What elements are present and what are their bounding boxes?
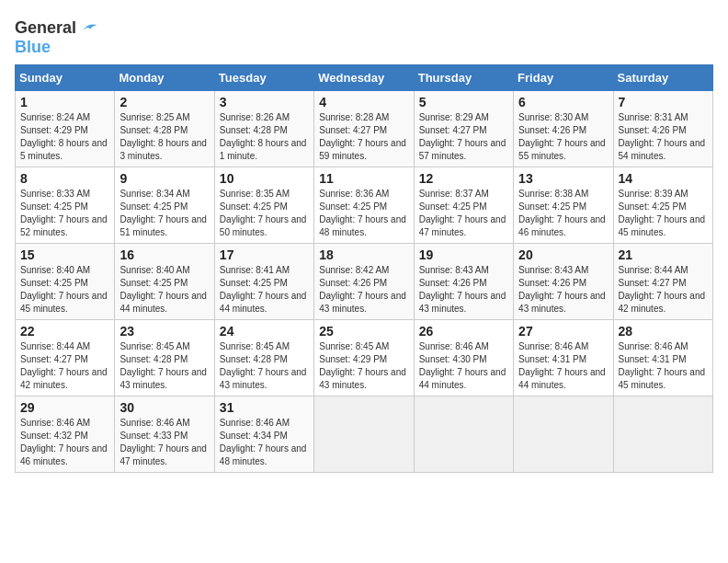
calendar-day-cell: 4 Sunrise: 8:28 AM Sunset: 4:27 PM Dayli… xyxy=(314,90,414,167)
calendar-day-cell: 8 Sunrise: 8:33 AM Sunset: 4:25 PM Dayli… xyxy=(16,167,115,243)
day-info: Sunrise: 8:46 AM Sunset: 4:33 PM Dayligh… xyxy=(119,417,209,468)
days-of-week-row: SundayMondayTuesdayWednesdayThursdayFrid… xyxy=(16,64,713,90)
day-info: Sunrise: 8:30 AM Sunset: 4:26 PM Dayligh… xyxy=(518,111,608,163)
calendar-day-cell: 10 Sunrise: 8:35 AM Sunset: 4:25 PM Dayl… xyxy=(214,167,313,243)
day-number: 8 xyxy=(20,171,109,186)
calendar-day-cell: 1 Sunrise: 8:24 AM Sunset: 4:29 PM Dayli… xyxy=(16,90,115,167)
day-number: 23 xyxy=(119,324,209,339)
day-info: Sunrise: 8:24 AM Sunset: 4:29 PM Dayligh… xyxy=(20,111,109,163)
calendar-day-cell: 28 Sunrise: 8:46 AM Sunset: 4:31 PM Dayl… xyxy=(613,319,712,396)
day-number: 6 xyxy=(518,95,608,109)
calendar-week-row: 22 Sunrise: 8:44 AM Sunset: 4:27 PM Dayl… xyxy=(16,319,713,396)
day-info: Sunrise: 8:46 AM Sunset: 4:30 PM Dayligh… xyxy=(419,340,508,392)
day-info: Sunrise: 8:33 AM Sunset: 4:25 PM Dayligh… xyxy=(20,188,109,239)
day-number: 21 xyxy=(619,247,708,262)
calendar-day-cell: 13 Sunrise: 8:38 AM Sunset: 4:25 PM Dayl… xyxy=(514,167,613,243)
dow-header: Sunday xyxy=(16,64,115,90)
dow-header: Wednesday xyxy=(314,64,414,90)
day-info: Sunrise: 8:45 AM Sunset: 4:28 PM Dayligh… xyxy=(119,340,209,392)
calendar-day-cell: 18 Sunrise: 8:42 AM Sunset: 4:26 PM Dayl… xyxy=(314,243,414,319)
calendar-day-cell: 3 Sunrise: 8:26 AM Sunset: 4:28 PM Dayli… xyxy=(214,90,313,167)
calendar-day-cell xyxy=(613,396,712,472)
calendar-day-cell xyxy=(514,396,613,472)
calendar-day-cell xyxy=(414,396,513,472)
calendar-day-cell: 17 Sunrise: 8:41 AM Sunset: 4:25 PM Dayl… xyxy=(214,243,313,319)
day-number: 28 xyxy=(619,324,708,339)
day-info: Sunrise: 8:46 AM Sunset: 4:34 PM Dayligh… xyxy=(220,417,309,468)
day-info: Sunrise: 8:43 AM Sunset: 4:26 PM Dayligh… xyxy=(419,264,508,316)
calendar-day-cell: 14 Sunrise: 8:39 AM Sunset: 4:25 PM Dayl… xyxy=(613,167,712,243)
day-number: 4 xyxy=(319,95,408,109)
day-info: Sunrise: 8:25 AM Sunset: 4:28 PM Dayligh… xyxy=(119,111,209,163)
calendar-day-cell: 5 Sunrise: 8:29 AM Sunset: 4:27 PM Dayli… xyxy=(414,90,513,167)
calendar-day-cell: 16 Sunrise: 8:40 AM Sunset: 4:25 PM Dayl… xyxy=(115,243,214,319)
calendar-day-cell xyxy=(314,396,414,472)
calendar-day-cell: 31 Sunrise: 8:46 AM Sunset: 4:34 PM Dayl… xyxy=(214,396,313,472)
logo-text-line2: Blue xyxy=(15,38,51,56)
day-info: Sunrise: 8:42 AM Sunset: 4:26 PM Dayligh… xyxy=(319,264,408,316)
day-number: 2 xyxy=(119,95,209,109)
day-info: Sunrise: 8:29 AM Sunset: 4:27 PM Dayligh… xyxy=(419,111,508,163)
dow-header: Monday xyxy=(115,64,214,90)
calendar-day-cell: 25 Sunrise: 8:45 AM Sunset: 4:29 PM Dayl… xyxy=(314,319,414,396)
calendar-week-row: 29 Sunrise: 8:46 AM Sunset: 4:32 PM Dayl… xyxy=(16,396,713,472)
day-number: 7 xyxy=(619,95,708,109)
calendar-body: 1 Sunrise: 8:24 AM Sunset: 4:29 PM Dayli… xyxy=(16,90,713,472)
day-info: Sunrise: 8:41 AM Sunset: 4:25 PM Dayligh… xyxy=(220,264,309,316)
calendar-day-cell: 19 Sunrise: 8:43 AM Sunset: 4:26 PM Dayl… xyxy=(414,243,513,319)
day-number: 24 xyxy=(220,324,309,339)
day-info: Sunrise: 8:44 AM Sunset: 4:27 PM Dayligh… xyxy=(20,340,109,392)
calendar-day-cell: 20 Sunrise: 8:43 AM Sunset: 4:26 PM Dayl… xyxy=(514,243,613,319)
day-number: 19 xyxy=(419,247,508,262)
day-info: Sunrise: 8:31 AM Sunset: 4:26 PM Dayligh… xyxy=(619,111,708,163)
day-info: Sunrise: 8:45 AM Sunset: 4:29 PM Dayligh… xyxy=(319,340,408,392)
day-number: 31 xyxy=(220,400,309,415)
day-number: 17 xyxy=(220,247,309,262)
day-info: Sunrise: 8:28 AM Sunset: 4:27 PM Dayligh… xyxy=(319,111,408,163)
calendar-day-cell: 21 Sunrise: 8:44 AM Sunset: 4:27 PM Dayl… xyxy=(613,243,712,319)
day-number: 25 xyxy=(319,324,408,339)
day-number: 27 xyxy=(518,324,608,339)
day-info: Sunrise: 8:46 AM Sunset: 4:32 PM Dayligh… xyxy=(20,417,109,468)
calendar-day-cell: 23 Sunrise: 8:45 AM Sunset: 4:28 PM Dayl… xyxy=(115,319,214,396)
dow-header: Saturday xyxy=(613,64,712,90)
calendar-week-row: 8 Sunrise: 8:33 AM Sunset: 4:25 PM Dayli… xyxy=(16,167,713,243)
day-number: 26 xyxy=(419,324,508,339)
day-info: Sunrise: 8:35 AM Sunset: 4:25 PM Dayligh… xyxy=(220,188,309,239)
day-number: 20 xyxy=(518,247,608,262)
day-info: Sunrise: 8:44 AM Sunset: 4:27 PM Dayligh… xyxy=(619,264,708,316)
day-info: Sunrise: 8:38 AM Sunset: 4:25 PM Dayligh… xyxy=(518,188,608,239)
day-info: Sunrise: 8:40 AM Sunset: 4:25 PM Dayligh… xyxy=(119,264,209,316)
day-number: 3 xyxy=(220,95,309,109)
day-number: 1 xyxy=(20,95,109,109)
day-info: Sunrise: 8:34 AM Sunset: 4:25 PM Dayligh… xyxy=(119,188,209,239)
day-info: Sunrise: 8:43 AM Sunset: 4:26 PM Dayligh… xyxy=(518,264,608,316)
day-number: 11 xyxy=(319,171,408,186)
day-number: 30 xyxy=(119,400,209,415)
calendar-day-cell: 2 Sunrise: 8:25 AM Sunset: 4:28 PM Dayli… xyxy=(115,90,214,167)
day-number: 14 xyxy=(619,171,708,186)
day-number: 18 xyxy=(319,247,408,262)
day-number: 12 xyxy=(419,171,508,186)
day-info: Sunrise: 8:26 AM Sunset: 4:28 PM Dayligh… xyxy=(220,111,309,163)
day-number: 15 xyxy=(20,247,109,262)
day-number: 9 xyxy=(119,171,209,186)
calendar-day-cell: 27 Sunrise: 8:46 AM Sunset: 4:31 PM Dayl… xyxy=(514,319,613,396)
calendar-day-cell: 26 Sunrise: 8:46 AM Sunset: 4:30 PM Dayl… xyxy=(414,319,513,396)
day-info: Sunrise: 8:40 AM Sunset: 4:25 PM Dayligh… xyxy=(20,264,109,316)
dow-header: Thursday xyxy=(414,64,513,90)
day-info: Sunrise: 8:36 AM Sunset: 4:25 PM Dayligh… xyxy=(319,188,408,239)
day-number: 22 xyxy=(20,324,109,339)
calendar-day-cell: 9 Sunrise: 8:34 AM Sunset: 4:25 PM Dayli… xyxy=(115,167,214,243)
calendar-day-cell: 22 Sunrise: 8:44 AM Sunset: 4:27 PM Dayl… xyxy=(16,319,115,396)
day-info: Sunrise: 8:46 AM Sunset: 4:31 PM Dayligh… xyxy=(518,340,608,392)
page-header: General Blue xyxy=(15,15,713,57)
day-info: Sunrise: 8:46 AM Sunset: 4:31 PM Dayligh… xyxy=(619,340,708,392)
logo: General Blue xyxy=(15,18,98,57)
calendar-day-cell: 12 Sunrise: 8:37 AM Sunset: 4:25 PM Dayl… xyxy=(414,167,513,243)
logo-text-line1: General xyxy=(15,19,76,38)
calendar-day-cell: 11 Sunrise: 8:36 AM Sunset: 4:25 PM Dayl… xyxy=(314,167,414,243)
logo-bird-icon xyxy=(78,18,98,39)
calendar-table: SundayMondayTuesdayWednesdayThursdayFrid… xyxy=(15,64,713,473)
calendar-week-row: 15 Sunrise: 8:40 AM Sunset: 4:25 PM Dayl… xyxy=(16,243,713,319)
